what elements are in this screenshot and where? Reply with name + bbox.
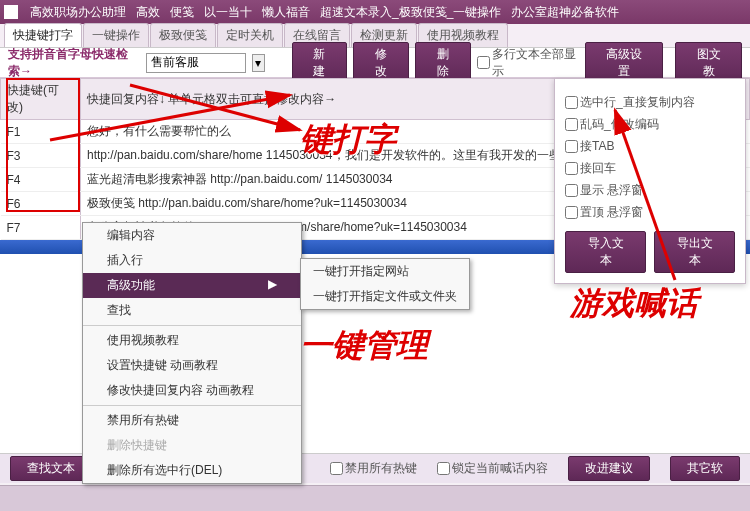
annotation-text-2: 一键管理 (300, 324, 428, 368)
annotation-box-hotkeys (6, 78, 80, 212)
annotation-text-1: 键打字 (300, 118, 396, 162)
menu-delete-selected[interactable]: 删除所有选中行(DEL) (83, 458, 301, 483)
menu-edit[interactable]: 编辑内容 (83, 223, 301, 248)
context-submenu: 一键打开指定网站 一键打开指定文件或文件夹 (300, 258, 470, 310)
chevron-right-icon: ▶ (268, 277, 277, 294)
export-button[interactable]: 导出文本 (654, 231, 735, 273)
menu-advanced[interactable]: 高级功能▶ (83, 273, 301, 298)
menu-edit-reply-anim[interactable]: 修改快捷回复内容 动画教程 (83, 378, 301, 403)
app-icon (4, 5, 18, 19)
menu-insert-row[interactable]: 插入行 (83, 248, 301, 273)
opt-tab[interactable]: 接TAB (565, 138, 735, 155)
opt-encoding[interactable]: 乱码_修改编码 (565, 116, 735, 133)
lock-content-checkbox[interactable]: 锁定当前喊话内容 (437, 460, 548, 477)
other-button[interactable]: 其它软 (670, 456, 740, 481)
annotation-text-3: 游戏喊话 (570, 282, 698, 326)
status-bar (0, 485, 750, 511)
opt-floating[interactable]: 显示 悬浮窗 (565, 182, 735, 199)
toolbar: 支持拼音首字母快速检索→ ▾ 新建 修改 删除 多行文本全部显示 高级设置 图文… (0, 48, 750, 78)
multiline-checkbox[interactable]: 多行文本全部显示 (477, 46, 579, 80)
find-text-button[interactable]: 查找文本 (10, 456, 92, 481)
tab-shutdown[interactable]: 定时关机 (217, 23, 283, 47)
combo-dropdown-icon[interactable]: ▾ (252, 54, 265, 72)
title-bar: 高效职场办公助理 高效 便笺 以一当十 懒人福音 超速文本录入_极致便笺_一键操… (0, 0, 750, 24)
menu-delete-hotkey: 删除快捷键 (83, 433, 301, 458)
tab-sticky-notes[interactable]: 极致便笺 (150, 23, 216, 47)
app-title: 高效职场办公助理 (30, 4, 126, 21)
advanced-panel: 选中行_直接复制内容 乱码_修改编码 接TAB 接回车 显示 悬浮窗 置顶 悬浮… (554, 78, 746, 284)
opt-enter[interactable]: 接回车 (565, 160, 735, 177)
preset-combo[interactable] (146, 53, 246, 73)
menu-find[interactable]: 查找 (83, 298, 301, 323)
menu-set-hotkey-anim[interactable]: 设置快捷键 动画教程 (83, 353, 301, 378)
search-label: 支持拼音首字母快速检索→ (8, 46, 140, 80)
opt-copy-on-select[interactable]: 选中行_直接复制内容 (565, 94, 735, 111)
tab-one-click[interactable]: 一键操作 (83, 23, 149, 47)
suggestion-button[interactable]: 改进建议 (568, 456, 650, 481)
opt-topmost[interactable]: 置顶 悬浮窗 (565, 204, 735, 221)
context-menu: 编辑内容 插入行 高级功能▶ 查找 使用视频教程 设置快捷键 动画教程 修改快捷… (82, 222, 302, 484)
submenu-open-file[interactable]: 一键打开指定文件或文件夹 (301, 284, 469, 309)
menu-video-tutorial[interactable]: 使用视频教程 (83, 328, 301, 353)
submenu-open-website[interactable]: 一键打开指定网站 (301, 259, 469, 284)
import-button[interactable]: 导入文本 (565, 231, 646, 273)
disable-all-checkbox[interactable]: 禁用所有热键 (330, 460, 417, 477)
tab-hotkey-typing[interactable]: 快捷键打字 (4, 23, 82, 47)
menu-disable-all[interactable]: 禁用所有热键 (83, 408, 301, 433)
